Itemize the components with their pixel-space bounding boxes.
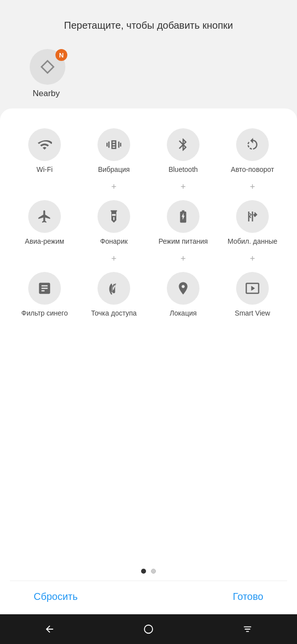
home-icon — [143, 624, 154, 635]
powersave-icon — [176, 209, 191, 224]
bottom-panel: Wi-Fi Вибрация Bluetooth — [0, 108, 297, 614]
powersave-icon-circle — [167, 200, 199, 233]
grid-item-hotspot[interactable]: Точка доступа — [79, 267, 148, 322]
nav-bar — [0, 614, 297, 644]
location-icon — [176, 281, 191, 296]
pagination-dot-2 — [151, 569, 156, 574]
bluetooth-icon-circle — [167, 128, 199, 161]
grid-item-wifi[interactable]: Wi-Fi — [10, 123, 79, 179]
plus-cell-5[interactable]: + — [148, 253, 218, 265]
flashlight-icon-circle — [98, 200, 130, 233]
nearby-icon-wrap: N — [30, 49, 65, 85]
bluefilter-icon-circle — [28, 272, 61, 305]
grid-item-flashlight[interactable]: Фонарик — [79, 195, 148, 251]
grid-item-smartview[interactable]: Smart View — [218, 267, 287, 322]
powersave-label: Режим питания — [158, 237, 208, 246]
location-label: Локация — [170, 309, 197, 318]
hotspot-icon-circle — [98, 272, 130, 305]
wifi-label: Wi-Fi — [37, 165, 53, 174]
nearby-icon — [39, 58, 56, 75]
smartview-icon — [245, 281, 260, 296]
plus-cell-6[interactable]: + — [218, 253, 287, 265]
airplane-icon-circle — [28, 200, 61, 233]
autorotate-icon-circle — [236, 128, 269, 161]
bluetooth-label: Bluetooth — [168, 165, 198, 174]
nearby-label: Nearby — [30, 89, 60, 99]
flashlight-icon — [106, 209, 121, 224]
smartview-icon-circle — [236, 272, 269, 305]
bottom-buttons: Сбросить Готово — [10, 581, 287, 614]
wifi-icon-circle — [28, 128, 61, 161]
grid-item-bluefilter[interactable]: Фильтр синего — [10, 267, 79, 322]
back-button[interactable] — [37, 619, 62, 639]
hotspot-icon — [106, 281, 121, 296]
grid-row-3: Фильтр синего Точка доступа Локация — [10, 267, 287, 322]
airplane-icon — [37, 209, 52, 224]
mobiledata-icon-circle — [236, 200, 269, 233]
plus-cell-1[interactable]: + — [79, 181, 148, 193]
pagination — [10, 561, 287, 581]
grid-section: Wi-Fi Вибрация Bluetooth — [10, 123, 287, 561]
smartview-label: Smart View — [235, 309, 270, 318]
recents-button[interactable] — [235, 619, 260, 639]
mobiledata-icon — [245, 209, 260, 224]
flashlight-label: Фонарик — [100, 237, 128, 246]
grid-item-bluetooth[interactable]: Bluetooth — [148, 123, 218, 179]
location-icon-circle — [167, 272, 199, 305]
grid-row-1: Wi-Fi Вибрация Bluetooth — [10, 123, 287, 179]
vibration-icon-circle — [98, 128, 130, 161]
nearby-item[interactable]: N Nearby — [15, 49, 282, 99]
done-button[interactable]: Готово — [229, 589, 267, 604]
grid-item-powersave[interactable]: Режим питания — [148, 195, 218, 251]
autorotate-label: Авто-поворот — [231, 165, 274, 174]
plus-row-1: + + + — [10, 181, 287, 193]
grid-row-2: Авиа-режим Фонарик Режим питания — [10, 195, 287, 251]
vibration-icon — [106, 137, 121, 152]
grid-item-vibration[interactable]: Вибрация — [79, 123, 148, 179]
pagination-dot-1 — [141, 569, 146, 574]
plus-cell-2[interactable]: + — [148, 181, 218, 193]
mobiledata-label: Мобил. данные — [228, 237, 278, 246]
grid-item-mobiledata[interactable]: Мобил. данные — [218, 195, 287, 251]
top-area: Перетащите, чтобы добавить кнопки N Near… — [0, 0, 297, 108]
bluetooth-icon — [176, 137, 191, 152]
back-icon — [44, 624, 55, 635]
reset-button[interactable]: Сбросить — [30, 589, 82, 604]
hotspot-label: Точка доступа — [91, 309, 137, 318]
bluefilter-label: Фильтр синего — [21, 309, 68, 318]
plus-cell-4[interactable]: + — [79, 253, 148, 265]
bluefilter-icon — [37, 281, 52, 296]
svg-point-0 — [145, 625, 153, 634]
airplane-label: Авиа-режим — [25, 237, 64, 246]
plus-row-2: + + + — [10, 253, 287, 265]
grid-item-airplane[interactable]: Авиа-режим — [10, 195, 79, 251]
grid-item-autorotate[interactable]: Авто-поворот — [218, 123, 287, 179]
wifi-icon — [37, 137, 52, 152]
recents-icon — [242, 624, 253, 635]
vibration-label: Вибрация — [98, 165, 130, 174]
home-button[interactable] — [136, 619, 161, 639]
autorotate-icon — [245, 137, 260, 152]
grid-item-location[interactable]: Локация — [148, 267, 218, 322]
plus-cell-3[interactable]: + — [218, 181, 287, 193]
drag-hint: Перетащите, чтобы добавить кнопки — [15, 20, 282, 31]
nearby-badge: N — [55, 49, 67, 61]
